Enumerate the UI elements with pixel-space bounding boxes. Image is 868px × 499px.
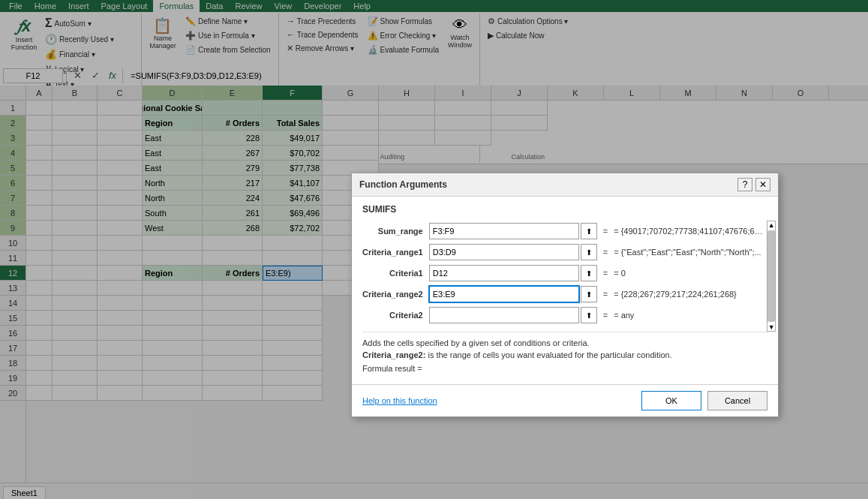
dialog-controls: ? ✕	[737, 178, 770, 191]
dialog-footer: Help on this function OK Cancel	[352, 384, 778, 416]
desc-param-label: Criteria_range2:	[362, 350, 425, 359]
scroll-down-arrow[interactable]: ▼	[768, 323, 775, 331]
dialog-body: SUMIFS Sum_range ⬆ =	[352, 197, 778, 384]
sum-range-input[interactable]	[429, 223, 579, 239]
dialog-close-button[interactable]: ✕	[755, 178, 770, 191]
criteria2-equals: =	[597, 305, 614, 326]
footer-buttons: OK Cancel	[641, 391, 767, 410]
criteria2-input[interactable]	[429, 307, 579, 323]
criteria-range2-collapse-btn[interactable]: ⬆	[581, 286, 597, 302]
criteria-range2-equals: =	[597, 284, 614, 305]
ok-button[interactable]: OK	[641, 391, 701, 410]
arg-row-criteria1: Criteria1 ⬆ = = 0	[362, 263, 764, 284]
desc-param-text: Criteria_range2: is the range of cells y…	[362, 350, 767, 359]
modal-overlay: Function Arguments ? ✕ SUMIFS Sum_range	[0, 0, 868, 499]
help-link[interactable]: Help on this function	[362, 396, 437, 405]
args-scrollbar[interactable]: ▲ ▼	[767, 221, 776, 332]
arg-row-criteria-range2: Criteria_range2 ⬆ = = {228;267;279;217;2…	[362, 284, 764, 305]
dialog-header: Function Arguments ? ✕	[352, 173, 778, 197]
criteria1-input-cell: ⬆	[429, 263, 597, 284]
sum-range-collapse-btn[interactable]: ⬆	[581, 223, 597, 239]
criteria-range1-input-cell: ⬆	[429, 242, 597, 263]
criteria-range2-input-cell: ⬆	[429, 284, 597, 305]
criteria-range2-label: Criteria_range2	[362, 284, 429, 305]
criteria1-label: Criteria1	[362, 263, 429, 284]
sum-range-result: = {49017;70702;77738;41107;47676;69...	[614, 221, 764, 242]
criteria-range1-wrapper: ⬆	[429, 244, 597, 260]
criteria-range2-result: = {228;267;279;217;224;261;268}	[614, 284, 764, 305]
criteria2-label: Criteria2	[362, 305, 429, 326]
criteria2-result: = any	[614, 305, 764, 326]
sum-range-input-cell: ⬆	[429, 221, 597, 242]
scroll-thumb	[767, 230, 775, 322]
function-name: SUMIFS	[362, 204, 767, 215]
criteria2-wrapper: ⬆	[429, 307, 597, 323]
args-area: Sum_range ⬆ = = {49017;70702;77738;41107…	[362, 221, 767, 332]
sum-range-label: Sum_range	[362, 221, 429, 242]
criteria1-collapse-btn[interactable]: ⬆	[581, 265, 597, 281]
criteria-range1-collapse-btn[interactable]: ⬆	[581, 244, 597, 260]
arguments-table: Sum_range ⬆ = = {49017;70702;77738;41107…	[362, 221, 764, 326]
criteria2-collapse-btn[interactable]: ⬆	[581, 307, 597, 323]
scroll-up-arrow[interactable]: ▲	[768, 221, 775, 229]
function-arguments-dialog: Function Arguments ? ✕ SUMIFS Sum_range	[351, 173, 779, 417]
desc-main-text: Adds the cells specified by a given set …	[362, 338, 767, 347]
arg-row-criteria2: Criteria2 ⬆ = = any	[362, 305, 764, 326]
sum-range-equals: =	[597, 221, 614, 242]
criteria-range1-label: Criteria_range1	[362, 242, 429, 263]
criteria-range2-input[interactable]	[429, 286, 579, 302]
criteria1-equals: =	[597, 263, 614, 284]
arg-row-sum-range: Sum_range ⬆ = = {49017;70702;77738;41107…	[362, 221, 764, 242]
criteria-range1-result: = {"East";"East";"East";"North";"North";…	[614, 242, 764, 263]
cancel-button[interactable]: Cancel	[707, 391, 767, 410]
criteria2-input-cell: ⬆	[429, 305, 597, 326]
formula-result-text: Formula result =	[362, 364, 767, 373]
criteria-range1-equals: =	[597, 242, 614, 263]
desc-param-body: is the range of cells you want evaluated…	[428, 350, 671, 359]
criteria1-result: = 0	[614, 263, 764, 284]
criteria1-input[interactable]	[429, 265, 579, 281]
criteria1-wrapper: ⬆	[429, 265, 597, 281]
dialog-title: Function Arguments	[359, 179, 447, 190]
criteria-range2-wrapper: ⬆	[429, 286, 597, 302]
sum-range-wrapper: ⬆	[429, 223, 597, 239]
dialog-help-button[interactable]: ?	[737, 178, 752, 191]
criteria-range1-input[interactable]	[429, 244, 579, 260]
arg-row-criteria-range1: Criteria_range1 ⬆ = = {"East";"East";"Ea…	[362, 242, 764, 263]
description-area: Adds the cells specified by a given set …	[362, 332, 767, 377]
